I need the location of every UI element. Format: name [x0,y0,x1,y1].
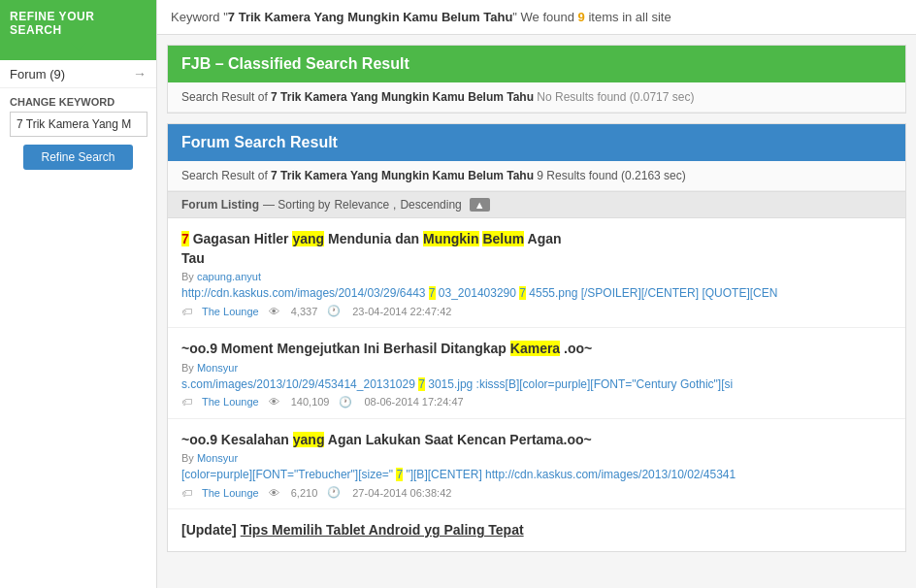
result-title: [Update] Tips Memilih Tablet Android yg … [181,521,892,540]
result-author: By capung.anyut [181,271,892,282]
topbar-keyword: 7 Trik Kamera Yang Mungkin Kamu Belum Ta… [228,10,513,24]
forum-header: Forum Search Result [168,124,905,161]
result-title: 7 Gagasan Hitler yang Mendunia dan Mungk… [181,230,892,268]
topbar-suffix-pre: " We found [512,10,577,24]
result-author: By Monsyur [181,452,892,464]
author-link[interactable]: capung.anyut [197,271,261,282]
result-meta: 🏷 The Lounge 👁 6,210 🕐 27-04-2014 06:38:… [181,486,892,499]
keyword-input[interactable] [10,112,147,137]
sort-field: Relevance [334,198,389,212]
result-title: ~oo.9 Moment Mengejutkan Ini Berhasil Di… [181,340,892,359]
forum-filter-label: Forum (9) [10,67,65,82]
result-date: 23-04-2014 22:47:42 [352,306,451,317]
result-snippet: s.com/images/2013/10/29/453414_20131029 … [181,377,892,391]
sorting-label: — Sorting by [263,198,330,212]
views-icon: 👁 [269,396,279,408]
sort-toggle-button[interactable]: ▲ [470,198,490,212]
result-author: By Monsyur [181,362,892,374]
result-link[interactable]: ~oo.9 Kesalahan yang Agan Lakukan Saat K… [181,432,592,447]
result-link[interactable]: [Update] Tips Memilih Tablet Android yg … [181,522,524,538]
tag-icon: 🏷 [181,396,192,408]
sidebar-header-label: REFINE YOUR SEARCH [10,10,94,37]
tag-icon: 🏷 [181,306,192,317]
result-item: [Update] Tips Memilih Tablet Android yg … [168,509,905,551]
forum-listing-label: Forum Listing [181,198,259,212]
change-keyword-label: CHANGE KEYWORD [0,88,156,112]
forum-listing-bar: Forum Listing — Sorting by Relevance, De… [168,191,905,218]
topbar-prefix: Keyword " [171,10,228,24]
views-count: 6,210 [291,487,318,499]
result-item: ~oo.9 Moment Mengejutkan Ini Berhasil Di… [168,328,905,419]
result-title: ~oo.9 Kesalahan yang Agan Lakukan Saat K… [181,431,892,450]
clock-icon: 🕐 [339,396,352,408]
result-date: 08-06-2014 17:24:47 [364,396,463,408]
result-link[interactable]: 7 Gagasan Hitler yang Mendunia dan Mungk… [181,231,562,266]
result-item: 7 Gagasan Hitler yang Mendunia dan Mungk… [168,218,905,328]
sort-order: Descending [400,198,461,212]
result-meta: 🏷 The Lounge 👁 140,109 🕐 08-06-2014 17:2… [181,396,892,408]
views-icon: 👁 [269,487,279,499]
topbar-count: 9 [578,10,585,24]
tag-icon: 🏷 [181,487,192,499]
forum-section: Forum Search Result Search Result of 7 T… [167,123,906,552]
forum-name[interactable]: The Lounge [202,487,259,499]
sidebar: REFINE YOUR SEARCH Forum (9) → CHANGE KE… [0,0,157,588]
forum-subheader: Search Result of 7 Trik Kamera Yang Mung… [168,161,905,191]
topbar-suffix: items in all site [585,10,671,24]
result-snippet: [color=purple][FONT="Trebucher"][size=" … [181,468,892,481]
result-item: ~oo.9 Kesalahan yang Agan Lakukan Saat K… [168,419,905,510]
forum-arrow-icon: → [133,66,147,82]
author-link[interactable]: Monsyur [197,452,238,464]
result-link[interactable]: ~oo.9 Moment Mengejutkan Ini Berhasil Di… [181,341,592,356]
top-bar: Keyword "7 Trik Kamera Yang Mungkin Kamu… [157,0,916,35]
refine-search-button[interactable]: Refine Search [23,145,132,170]
fjb-section: FJB – Classified Search Result Search Re… [167,45,906,114]
clock-icon: 🕐 [327,305,341,317]
forum-name[interactable]: The Lounge [202,306,259,317]
result-meta: 🏷 The Lounge 👁 4,337 🕐 23-04-2014 22:47:… [181,305,892,317]
fjb-header: FJB – Classified Search Result [168,46,905,82]
clock-icon: 🕐 [327,486,341,499]
views-count: 140,109 [291,396,330,408]
author-link[interactable]: Monsyur [197,362,238,374]
result-date: 27-04-2014 06:38:42 [352,487,451,499]
main-content: Keyword "7 Trik Kamera Yang Mungkin Kamu… [157,0,916,588]
views-icon: 👁 [269,306,279,317]
result-snippet: http://cdn.kaskus.com/images/2014/03/29/… [181,286,892,300]
views-count: 4,337 [291,306,318,317]
forum-name[interactable]: The Lounge [202,396,259,408]
forum-filter-row[interactable]: Forum (9) → [0,60,156,88]
sidebar-header: REFINE YOUR SEARCH [0,0,156,60]
fjb-subheader: Search Result of 7 Trik Kamera Yang Mung… [168,82,905,113]
